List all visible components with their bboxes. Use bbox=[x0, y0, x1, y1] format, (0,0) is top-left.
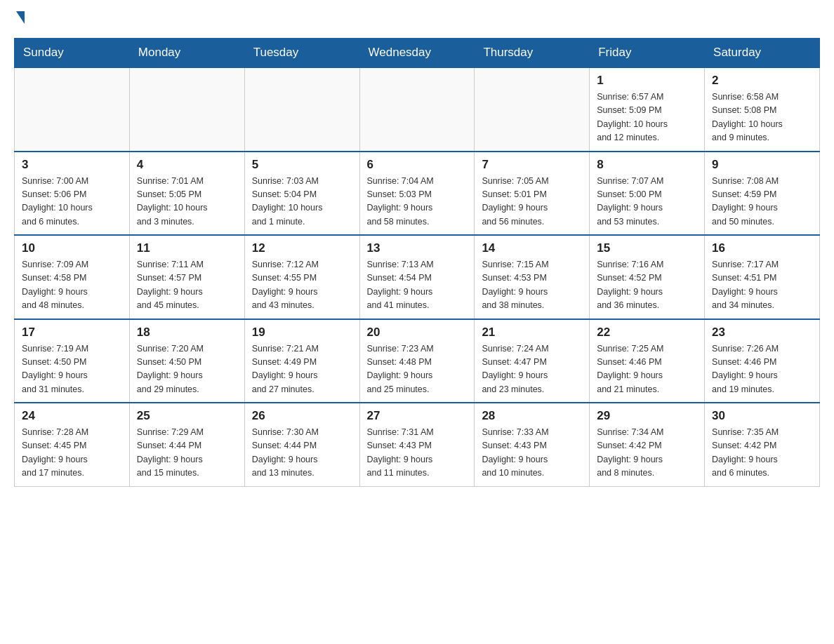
day-number: 19 bbox=[252, 326, 352, 340]
calendar-cell: 12Sunrise: 7:12 AM Sunset: 4:55 PM Dayli… bbox=[244, 235, 359, 319]
calendar-cell: 1Sunrise: 6:57 AM Sunset: 5:09 PM Daylig… bbox=[590, 67, 705, 152]
day-info: Sunrise: 7:33 AM Sunset: 4:43 PM Dayligh… bbox=[482, 426, 582, 481]
day-info: Sunrise: 7:21 AM Sunset: 4:49 PM Dayligh… bbox=[252, 342, 352, 397]
calendar-cell: 23Sunrise: 7:26 AM Sunset: 4:46 PM Dayli… bbox=[705, 319, 820, 403]
day-number: 3 bbox=[22, 158, 122, 172]
logo-arrow-icon bbox=[16, 11, 25, 24]
day-info: Sunrise: 7:05 AM Sunset: 5:01 PM Dayligh… bbox=[482, 175, 582, 229]
logo bbox=[14, 14, 25, 24]
day-info: Sunrise: 7:11 AM Sunset: 4:57 PM Dayligh… bbox=[137, 258, 237, 313]
day-info: Sunrise: 7:28 AM Sunset: 4:45 PM Dayligh… bbox=[22, 426, 122, 481]
day-info: Sunrise: 7:15 AM Sunset: 4:53 PM Dayligh… bbox=[482, 258, 582, 313]
calendar-cell: 10Sunrise: 7:09 AM Sunset: 4:58 PM Dayli… bbox=[15, 235, 130, 319]
day-number: 14 bbox=[482, 241, 582, 255]
day-number: 28 bbox=[482, 409, 582, 423]
day-info: Sunrise: 7:08 AM Sunset: 4:59 PM Dayligh… bbox=[712, 175, 812, 229]
day-info: Sunrise: 7:03 AM Sunset: 5:04 PM Dayligh… bbox=[252, 175, 352, 229]
day-info: Sunrise: 7:26 AM Sunset: 4:46 PM Dayligh… bbox=[712, 342, 812, 397]
calendar-week-3: 10Sunrise: 7:09 AM Sunset: 4:58 PM Dayli… bbox=[15, 235, 820, 319]
day-info: Sunrise: 7:04 AM Sunset: 5:03 PM Dayligh… bbox=[367, 175, 468, 229]
day-number: 23 bbox=[712, 326, 812, 340]
calendar-cell: 29Sunrise: 7:34 AM Sunset: 4:42 PM Dayli… bbox=[590, 403, 705, 486]
calendar-cell: 27Sunrise: 7:31 AM Sunset: 4:43 PM Dayli… bbox=[359, 403, 475, 486]
day-number: 8 bbox=[597, 158, 697, 172]
day-number: 22 bbox=[597, 326, 697, 340]
day-info: Sunrise: 7:34 AM Sunset: 4:42 PM Dayligh… bbox=[597, 426, 697, 481]
day-number: 29 bbox=[597, 409, 697, 423]
calendar-cell bbox=[244, 67, 359, 152]
day-info: Sunrise: 7:01 AM Sunset: 5:05 PM Dayligh… bbox=[137, 175, 237, 229]
day-number: 10 bbox=[22, 241, 122, 255]
weekday-header-saturday: Saturday bbox=[705, 39, 820, 68]
day-info: Sunrise: 6:58 AM Sunset: 5:08 PM Dayligh… bbox=[712, 90, 812, 145]
weekday-header-friday: Friday bbox=[590, 39, 705, 68]
calendar-cell: 3Sunrise: 7:00 AM Sunset: 5:06 PM Daylig… bbox=[15, 152, 130, 236]
day-number: 11 bbox=[137, 241, 237, 255]
calendar-cell bbox=[475, 67, 590, 152]
day-info: Sunrise: 7:19 AM Sunset: 4:50 PM Dayligh… bbox=[22, 342, 122, 397]
day-info: Sunrise: 7:35 AM Sunset: 4:42 PM Dayligh… bbox=[712, 426, 812, 481]
day-number: 15 bbox=[597, 241, 697, 255]
page-header bbox=[14, 14, 820, 24]
calendar-cell: 17Sunrise: 7:19 AM Sunset: 4:50 PM Dayli… bbox=[15, 319, 130, 403]
weekday-header-row: SundayMondayTuesdayWednesdayThursdayFrid… bbox=[15, 39, 820, 68]
day-number: 16 bbox=[712, 241, 812, 255]
day-number: 4 bbox=[137, 158, 237, 172]
day-number: 12 bbox=[252, 241, 352, 255]
day-number: 1 bbox=[597, 74, 697, 88]
calendar-cell: 21Sunrise: 7:24 AM Sunset: 4:47 PM Dayli… bbox=[475, 319, 590, 403]
day-info: Sunrise: 7:30 AM Sunset: 4:44 PM Dayligh… bbox=[252, 426, 352, 481]
day-info: Sunrise: 7:07 AM Sunset: 5:00 PM Dayligh… bbox=[597, 175, 697, 229]
day-info: Sunrise: 7:25 AM Sunset: 4:46 PM Dayligh… bbox=[597, 342, 697, 397]
calendar-cell: 11Sunrise: 7:11 AM Sunset: 4:57 PM Dayli… bbox=[129, 235, 244, 319]
calendar-cell: 14Sunrise: 7:15 AM Sunset: 4:53 PM Dayli… bbox=[475, 235, 590, 319]
day-info: Sunrise: 7:20 AM Sunset: 4:50 PM Dayligh… bbox=[137, 342, 237, 397]
day-info: Sunrise: 7:12 AM Sunset: 4:55 PM Dayligh… bbox=[252, 258, 352, 313]
day-number: 21 bbox=[482, 326, 582, 340]
calendar-cell: 25Sunrise: 7:29 AM Sunset: 4:44 PM Dayli… bbox=[129, 403, 244, 486]
day-number: 2 bbox=[712, 74, 812, 88]
day-info: Sunrise: 7:00 AM Sunset: 5:06 PM Dayligh… bbox=[22, 175, 122, 229]
calendar-cell: 2Sunrise: 6:58 AM Sunset: 5:08 PM Daylig… bbox=[705, 67, 820, 152]
day-number: 6 bbox=[367, 158, 468, 172]
calendar-table: SundayMondayTuesdayWednesdayThursdayFrid… bbox=[14, 38, 820, 487]
calendar-cell: 19Sunrise: 7:21 AM Sunset: 4:49 PM Dayli… bbox=[244, 319, 359, 403]
calendar-cell: 24Sunrise: 7:28 AM Sunset: 4:45 PM Dayli… bbox=[15, 403, 130, 486]
day-info: Sunrise: 7:23 AM Sunset: 4:48 PM Dayligh… bbox=[367, 342, 468, 397]
day-info: Sunrise: 7:16 AM Sunset: 4:52 PM Dayligh… bbox=[597, 258, 697, 313]
day-number: 17 bbox=[22, 326, 122, 340]
calendar-cell: 22Sunrise: 7:25 AM Sunset: 4:46 PM Dayli… bbox=[590, 319, 705, 403]
calendar-week-2: 3Sunrise: 7:00 AM Sunset: 5:06 PM Daylig… bbox=[15, 152, 820, 236]
calendar-cell: 7Sunrise: 7:05 AM Sunset: 5:01 PM Daylig… bbox=[475, 152, 590, 236]
weekday-header-sunday: Sunday bbox=[15, 39, 130, 68]
day-number: 30 bbox=[712, 409, 812, 423]
calendar-cell: 30Sunrise: 7:35 AM Sunset: 4:42 PM Dayli… bbox=[705, 403, 820, 486]
day-number: 25 bbox=[137, 409, 237, 423]
weekday-header-monday: Monday bbox=[129, 39, 244, 68]
calendar-cell: 20Sunrise: 7:23 AM Sunset: 4:48 PM Dayli… bbox=[359, 319, 475, 403]
calendar-cell: 18Sunrise: 7:20 AM Sunset: 4:50 PM Dayli… bbox=[129, 319, 244, 403]
calendar-week-5: 24Sunrise: 7:28 AM Sunset: 4:45 PM Dayli… bbox=[15, 403, 820, 486]
calendar-cell: 28Sunrise: 7:33 AM Sunset: 4:43 PM Dayli… bbox=[475, 403, 590, 486]
calendar-cell: 8Sunrise: 7:07 AM Sunset: 5:00 PM Daylig… bbox=[590, 152, 705, 236]
day-info: Sunrise: 7:29 AM Sunset: 4:44 PM Dayligh… bbox=[137, 426, 237, 481]
calendar-cell: 13Sunrise: 7:13 AM Sunset: 4:54 PM Dayli… bbox=[359, 235, 475, 319]
logo-text bbox=[14, 14, 25, 24]
day-number: 24 bbox=[22, 409, 122, 423]
calendar-cell: 4Sunrise: 7:01 AM Sunset: 5:05 PM Daylig… bbox=[129, 152, 244, 236]
day-info: Sunrise: 7:17 AM Sunset: 4:51 PM Dayligh… bbox=[712, 258, 812, 313]
day-number: 7 bbox=[482, 158, 582, 172]
calendar-cell bbox=[15, 67, 130, 152]
calendar-cell: 15Sunrise: 7:16 AM Sunset: 4:52 PM Dayli… bbox=[590, 235, 705, 319]
weekday-header-wednesday: Wednesday bbox=[359, 39, 475, 68]
day-info: Sunrise: 7:13 AM Sunset: 4:54 PM Dayligh… bbox=[367, 258, 468, 313]
day-number: 9 bbox=[712, 158, 812, 172]
day-number: 20 bbox=[367, 326, 468, 340]
weekday-header-thursday: Thursday bbox=[475, 39, 590, 68]
day-number: 18 bbox=[137, 326, 237, 340]
calendar-cell: 6Sunrise: 7:04 AM Sunset: 5:03 PM Daylig… bbox=[359, 152, 475, 236]
day-number: 26 bbox=[252, 409, 352, 423]
day-info: Sunrise: 6:57 AM Sunset: 5:09 PM Dayligh… bbox=[597, 90, 697, 145]
day-number: 13 bbox=[367, 241, 468, 255]
day-info: Sunrise: 7:09 AM Sunset: 4:58 PM Dayligh… bbox=[22, 258, 122, 313]
